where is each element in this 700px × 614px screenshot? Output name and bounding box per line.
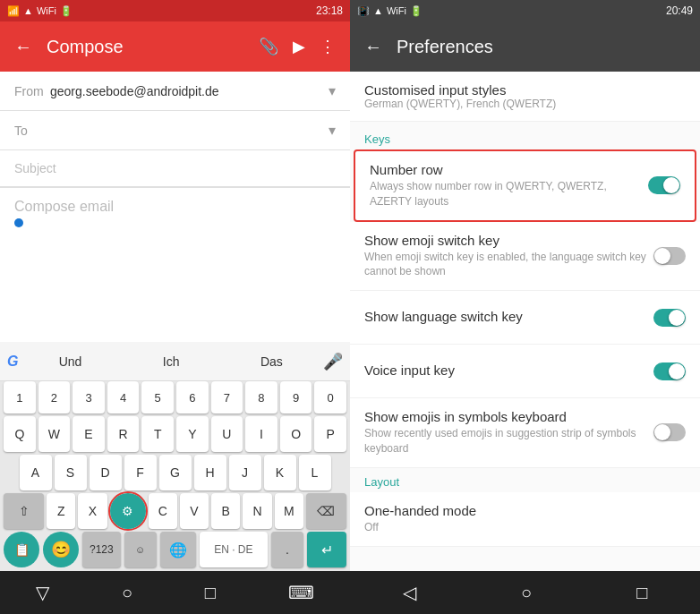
key-w[interactable]: W — [38, 416, 71, 452]
key-d[interactable]: D — [90, 455, 122, 490]
key-z[interactable]: Z — [47, 493, 75, 529]
pref-one-handed[interactable]: One-handed mode Off — [350, 492, 700, 547]
mic-icon[interactable]: 🎤 — [323, 352, 343, 371]
key-p[interactable]: P — [314, 416, 346, 452]
key-f[interactable]: F — [124, 455, 157, 490]
key-i[interactable]: I — [245, 416, 277, 452]
key-0[interactable]: 0 — [314, 381, 346, 414]
compose-app-bar: ← Compose 📎 ▶ ⋮ — [0, 21, 350, 72]
globe-key[interactable]: 🌐 — [160, 532, 196, 567]
suggestion-3[interactable]: Das — [253, 351, 290, 372]
key-v[interactable]: V — [180, 493, 209, 529]
key-n[interactable]: N — [243, 493, 271, 529]
show-emojis-toggle[interactable] — [653, 423, 686, 441]
recent-nav-icon[interactable]: □ — [205, 583, 216, 603]
backspace-key[interactable]: ⌫ — [306, 493, 346, 529]
key-m[interactable]: M — [275, 493, 303, 529]
suggestions-row: G Und Ich Das 🎤 — [0, 342, 350, 381]
key-8[interactable]: 8 — [245, 381, 277, 414]
suggestion-1[interactable]: Und — [52, 351, 90, 372]
key-5[interactable]: 5 — [141, 381, 174, 414]
pref-emoji-switch[interactable]: Show emoji switch key When emoji switch … — [350, 222, 700, 292]
keyboard-nav-icon[interactable]: ⌨ — [288, 582, 314, 603]
prefs-app-bar: ← Preferences — [350, 21, 700, 72]
pref-number-row-text: Number row Always show number row in QWE… — [370, 162, 648, 209]
wifi-right-icon: WiFi — [387, 5, 406, 16]
subject-label: Subject — [14, 161, 336, 175]
attach-button[interactable]: 📎 — [259, 37, 278, 56]
key-o[interactable]: O — [280, 416, 312, 452]
pref-number-row[interactable]: Number row Always show number row in QWE… — [354, 149, 696, 222]
back-button[interactable]: ← — [14, 37, 32, 57]
space-key[interactable]: EN · DE — [200, 532, 268, 567]
left-panel: 📶 ▲ WiFi 🔋 23:18 ← Compose 📎 ▶ ⋮ From ge… — [0, 0, 350, 614]
subject-row[interactable]: Subject — [0, 150, 350, 187]
key-4[interactable]: 4 — [107, 381, 140, 414]
dot-key[interactable]: . — [271, 532, 303, 567]
sticker-key[interactable]: 📋 — [4, 532, 39, 567]
key-7[interactable]: 7 — [211, 381, 243, 414]
key-h[interactable]: H — [194, 455, 226, 490]
voice-input-toggle[interactable] — [653, 362, 686, 380]
sym-key[interactable]: ?123 — [82, 532, 121, 567]
signal-icon: ▲ — [23, 5, 33, 16]
key-s[interactable]: S — [55, 455, 87, 490]
key-a[interactable]: A — [20, 455, 52, 490]
key-6[interactable]: 6 — [176, 381, 209, 414]
back-nav-icon[interactable]: ▽ — [36, 582, 49, 603]
status-bar-left: 📶 ▲ WiFi 🔋 23:18 — [0, 0, 350, 21]
shift-key[interactable]: ⇧ — [4, 493, 44, 529]
key-c[interactable]: C — [149, 493, 177, 529]
key-9[interactable]: 9 — [280, 381, 312, 414]
pref-show-emojis-title: Show emojis in symbols keyboard — [364, 409, 653, 424]
number-row-toggle[interactable] — [648, 176, 680, 194]
key-l[interactable]: L — [299, 455, 331, 490]
pref-one-handed-text: One-handed mode Off — [364, 503, 686, 535]
key-2[interactable]: 2 — [38, 381, 71, 414]
key-y[interactable]: Y — [176, 416, 209, 452]
pref-emoji-switch-text: Show emoji switch key When emoji switch … — [364, 233, 653, 280]
settings-key-wrapper: ⚙ — [110, 493, 146, 529]
emoji-switch-toggle[interactable] — [653, 247, 686, 265]
bottom-keyboard-row: 📋 😊 ?123 ☺ 🌐 EN · DE . ↵ — [0, 532, 350, 571]
settings-key[interactable]: ⚙ — [110, 493, 146, 529]
pref-voice-input[interactable]: Voice input key — [350, 345, 700, 398]
home-nav-icon[interactable]: ○ — [122, 583, 132, 603]
prefs-content: Customised input styles German (QWERTY),… — [350, 72, 700, 571]
key-b[interactable]: B — [211, 493, 240, 529]
key-u[interactable]: U — [211, 416, 243, 452]
cursor-dot — [14, 218, 23, 227]
key-t[interactable]: T — [141, 416, 174, 452]
language-switch-toggle[interactable] — [653, 309, 686, 327]
key-3[interactable]: 3 — [73, 381, 105, 414]
key-e[interactable]: E — [73, 416, 105, 452]
back-right-nav[interactable]: ◁ — [403, 582, 416, 603]
customised-input-item[interactable]: Customised input styles German (QWERTY),… — [350, 72, 700, 122]
key-k[interactable]: K — [264, 455, 296, 490]
emoji-key[interactable]: 😊 — [43, 532, 79, 567]
to-row[interactable]: To ▾ — [0, 111, 350, 150]
home-right-nav[interactable]: ○ — [521, 583, 532, 603]
enter-key[interactable]: ↵ — [307, 532, 346, 567]
pref-show-emojis-text: Show emojis in symbols keyboard Show rec… — [364, 409, 653, 456]
compose-area[interactable]: Compose email — [0, 188, 350, 342]
key-r[interactable]: R — [107, 416, 140, 452]
pref-language-switch[interactable]: Show language switch key — [350, 291, 700, 345]
pref-emoji-switch-subtitle: When emoji switch key is enabled, the la… — [364, 250, 653, 280]
left-status-icons: 📶 ▲ WiFi 🔋 — [7, 5, 73, 17]
more-button[interactable]: ⋮ — [320, 37, 336, 56]
key-1[interactable]: 1 — [4, 381, 36, 414]
from-value: georg.seebode@androidpit.de — [50, 84, 329, 98]
pref-show-emojis[interactable]: Show emojis in symbols keyboard Show rec… — [350, 398, 700, 468]
suggestion-2[interactable]: Ich — [156, 351, 187, 372]
key-j[interactable]: J — [229, 455, 261, 490]
key-x[interactable]: X — [78, 493, 107, 529]
number-row-toggle-thumb — [663, 177, 679, 193]
layout-section-header: Layout — [350, 468, 700, 492]
send-button[interactable]: ▶ — [293, 37, 305, 56]
key-g[interactable]: G — [159, 455, 192, 490]
comma-key[interactable]: ☺ — [124, 532, 157, 567]
recent-right-nav[interactable]: □ — [636, 583, 647, 603]
prefs-back-button[interactable]: ← — [364, 37, 382, 57]
key-q[interactable]: Q — [4, 416, 36, 452]
